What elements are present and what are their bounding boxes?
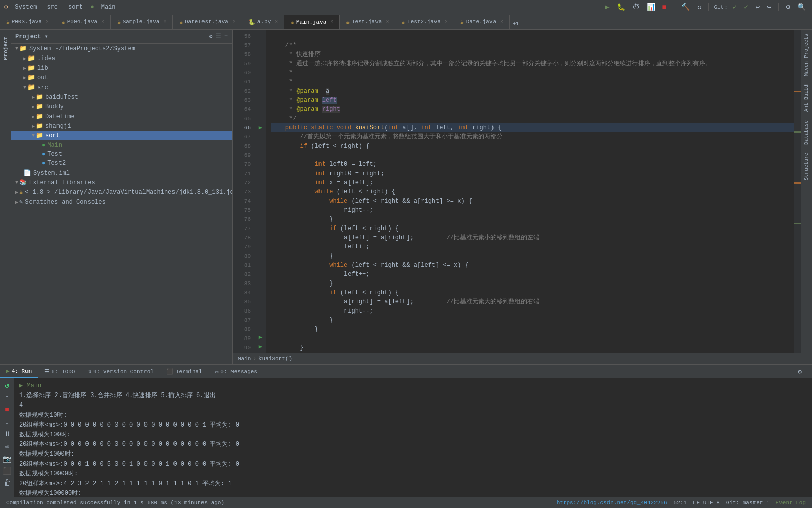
bc-main[interactable]: Main xyxy=(238,356,251,362)
tree-main[interactable]: ● Main xyxy=(11,140,232,150)
status-encoding[interactable]: LF UTF-8 xyxy=(691,500,722,506)
run-clear-btn[interactable]: 🗑 xyxy=(2,478,12,488)
run-icon[interactable]: ▶ xyxy=(603,2,611,12)
status-git[interactable]: Git: master ↑ xyxy=(724,500,772,506)
run-scroll-up-btn[interactable]: ↑ xyxy=(2,392,12,403)
tab-test2[interactable]: ☕ Test2.java × xyxy=(395,15,454,29)
tree-baidutest[interactable]: ▶ 📁 baiduTest xyxy=(11,92,232,102)
tab-close[interactable]: × xyxy=(275,19,278,25)
sidebar-layout-icon[interactable]: ☰ xyxy=(216,33,221,40)
redo-icon[interactable]: ↪ xyxy=(765,2,773,12)
run-camera-btn[interactable]: 📷 xyxy=(2,454,12,464)
tree-test2[interactable]: ● Test2 xyxy=(11,159,232,168)
tree-buddy[interactable]: ▶ 📁 Buddy xyxy=(11,102,232,111)
tree-label: Main xyxy=(47,142,62,149)
code-line-73: while (left < right) { xyxy=(271,187,794,196)
run-tab[interactable]: ▶ 4: Run xyxy=(0,365,38,378)
tree-out[interactable]: ▶ 📁 out xyxy=(11,73,232,82)
arrow-icon: ▶ xyxy=(15,189,18,195)
tab-overflow-counter[interactable]: +1 xyxy=(510,19,522,29)
tree-idea[interactable]: ▶ 📁 .idea xyxy=(11,53,232,63)
editor-scrollbar[interactable] xyxy=(794,30,801,353)
tree-datetime[interactable]: ▶ 📁 DateTime xyxy=(11,111,232,121)
tab-close[interactable]: × xyxy=(386,19,389,25)
status-event-log[interactable]: Event Log xyxy=(774,500,808,506)
project-vtab[interactable]: Project xyxy=(2,34,10,63)
tab-close[interactable]: × xyxy=(46,19,49,25)
run-stop-btn[interactable]: ■ xyxy=(2,405,12,415)
tree-jdk[interactable]: ▶ ☕ < 1.8 > /Library/Java/JavaVirtualMac… xyxy=(11,187,232,197)
ln-59: 59 xyxy=(233,59,251,68)
sync-icon[interactable]: ↻ xyxy=(695,2,703,12)
tree-shangji[interactable]: ▶ 📁 shangji xyxy=(11,121,232,131)
tree-system[interactable]: ▼ 📁 System ~/IdeaProjects2/System xyxy=(11,44,232,53)
gutter-89[interactable]: ▶ xyxy=(259,333,263,342)
stop-icon[interactable]: ■ xyxy=(660,2,669,12)
bottom-close-icon[interactable]: − xyxy=(804,368,808,375)
settings-icon[interactable]: ⚙ xyxy=(784,2,792,12)
tab-close[interactable]: × xyxy=(233,19,236,25)
gutter-66[interactable]: ▶ xyxy=(259,123,263,132)
tab-p004[interactable]: ☕ P004.java × xyxy=(55,15,111,29)
tab-py[interactable]: 🐍 a.py × xyxy=(242,15,284,29)
tab-test[interactable]: ☕ Test.java × xyxy=(340,15,395,29)
toolbar-sort[interactable]: sort xyxy=(65,3,86,12)
tab-close[interactable]: × xyxy=(445,19,448,25)
gutter-90[interactable]: ▶ xyxy=(259,342,263,351)
code-editor[interactable]: /** * 快速排序 * 通过一趟排序将待排序记录分割成独立的两部分，其中一部分… xyxy=(266,30,794,353)
tree-sort[interactable]: ▼ 📁 sort xyxy=(11,131,232,140)
undo-icon[interactable]: ↩ xyxy=(753,2,762,12)
bottom-settings-icon[interactable]: ⚙ xyxy=(798,368,802,376)
tab-close[interactable]: × xyxy=(163,19,166,25)
code-line-87: } xyxy=(271,316,794,325)
tab-close[interactable]: × xyxy=(330,19,333,25)
database-tab[interactable]: Database xyxy=(803,116,810,149)
run-scroll-down-btn[interactable]: ↓ xyxy=(2,417,12,427)
toolbar-main[interactable]: Main xyxy=(98,3,119,12)
arrow-icon: ▶ xyxy=(32,114,35,120)
tab-p003[interactable]: ☕ P003.java × xyxy=(0,15,55,29)
build-icon[interactable]: 🔨 xyxy=(679,2,692,12)
separator-3 xyxy=(778,3,779,11)
tab-date[interactable]: ☕ Date.java × xyxy=(454,15,510,29)
debug-icon[interactable]: 🐛 xyxy=(615,2,627,12)
ln-56: 56 xyxy=(233,32,251,41)
run-wrap-btn[interactable]: ⏎ xyxy=(2,441,12,451)
run-restart-btn[interactable]: ↺ xyxy=(2,380,12,390)
tree-scratches[interactable]: ▶ ✎ Scratches and Consoles xyxy=(11,197,232,207)
git-check1[interactable]: ✓ xyxy=(731,2,739,12)
tab-main[interactable]: ☕ Main.java × xyxy=(284,15,340,29)
vcs-tab[interactable]: ⇅ 9: Version Control xyxy=(81,365,160,378)
ant-build-tab[interactable]: Ant Build xyxy=(803,80,810,116)
tree-lib[interactable]: ▶ 📁 lib xyxy=(11,63,232,73)
status-position[interactable]: 52:1 xyxy=(672,500,689,506)
tree-ext-libs[interactable]: ▼ 📚 External Libraries xyxy=(11,178,232,187)
tab-sample[interactable]: ☕ Sample.java × xyxy=(111,15,173,29)
coverage-icon[interactable]: ⏱ xyxy=(630,2,642,12)
toolbar-src[interactable]: src xyxy=(44,3,61,12)
profile-icon[interactable]: 📊 xyxy=(645,2,657,12)
bc-method[interactable]: kuaiSort() xyxy=(258,356,292,362)
todo-tab[interactable]: ☰ 6: TODO xyxy=(38,365,81,378)
structure-tab[interactable]: Structure xyxy=(803,149,810,184)
git-check2[interactable]: ✓ xyxy=(742,2,750,12)
messages-tab[interactable]: ✉ 0: Messages xyxy=(209,365,264,378)
tab-close[interactable]: × xyxy=(101,19,104,25)
tree-test[interactable]: ● Test xyxy=(11,150,232,159)
tab-datetest[interactable]: ☕ DateTest.java × xyxy=(173,15,242,29)
tree-system-iml[interactable]: 📄 System.iml xyxy=(11,168,232,178)
tree-src[interactable]: ▼ 📁 src xyxy=(11,82,232,92)
run-icon: ▶ xyxy=(6,368,10,374)
maven-tab[interactable]: Maven Projects xyxy=(803,30,810,80)
status-url[interactable]: https://blog.csdn.net/qq_40422256 xyxy=(555,500,670,506)
sidebar-settings-icon[interactable]: ⚙ xyxy=(209,33,213,40)
tree-label: Scratches and Consoles xyxy=(25,199,105,206)
search-icon[interactable]: 🔍 xyxy=(795,2,808,12)
run-pause-btn[interactable]: ⏸ xyxy=(2,429,12,439)
run-console-btn[interactable]: ⬛ xyxy=(2,466,12,476)
terminal-tab[interactable]: ⬛ Terminal xyxy=(160,365,209,378)
sidebar-minus-icon[interactable]: − xyxy=(224,33,228,40)
tab-label: P003.java xyxy=(12,19,42,25)
tab-close[interactable]: × xyxy=(500,19,503,25)
toolbar-system[interactable]: System xyxy=(12,3,40,12)
